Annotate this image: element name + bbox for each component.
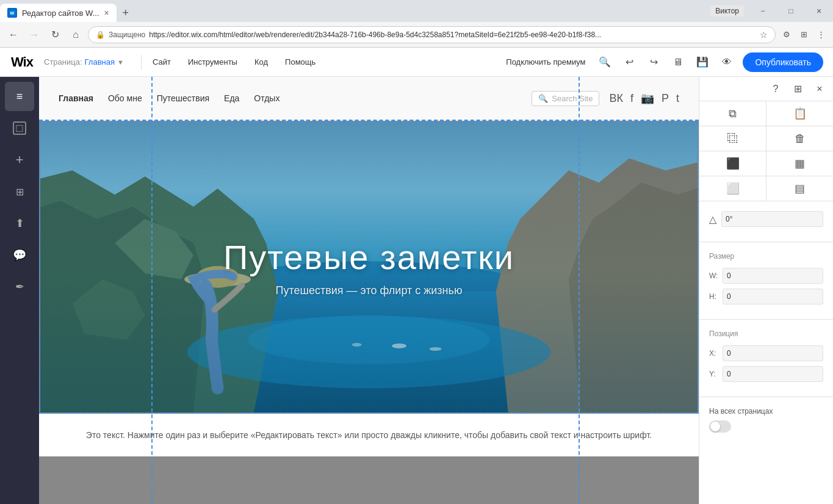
sidebar-pages-button[interactable]: ≡ — [5, 82, 34, 111]
search-placeholder: Search Site — [552, 94, 593, 103]
w-value[interactable]: 0 — [723, 268, 823, 284]
page-label-text: Страница: — [44, 57, 82, 67]
rotation-section: △ 0° — [699, 201, 833, 242]
sidebar-apps-button[interactable]: ⊞ — [5, 177, 34, 206]
secure-label: Защищено — [109, 31, 145, 39]
sidebar-chat-button[interactable]: 💬 — [5, 240, 34, 270]
lock-icon: 🔒 — [96, 31, 105, 39]
wix-toolbar: Wix Страница: Главная ▼ Сайт Инструменты… — [0, 48, 833, 77]
bookmark-icon[interactable]: ☆ — [760, 30, 768, 40]
minimize-button[interactable]: − — [749, 0, 777, 22]
forward-button[interactable]: → — [26, 26, 43, 43]
preview-button[interactable]: 👁 — [716, 51, 738, 73]
search-toolbar-icon[interactable]: 🔍 — [594, 51, 616, 73]
hero-title: Путевые заметки — [223, 237, 514, 277]
sidebar-sections-button[interactable]: □ — [5, 113, 34, 143]
delete-button[interactable]: 🗑 — [766, 126, 833, 151]
back-button[interactable]: ← — [5, 26, 22, 43]
address-input[interactable]: 🔒 Защищено https://editor.wix.com/html/e… — [88, 26, 776, 43]
redo-button[interactable]: ↪ — [643, 51, 665, 73]
all-pages-section: На всех страницах — [699, 397, 833, 442]
hero-section[interactable]: Путевые заметки Путешествия — это флирт … — [39, 121, 699, 414]
close-button[interactable]: × — [805, 0, 833, 22]
add-icon: + — [16, 152, 24, 168]
upload-icon: ⬆ — [15, 217, 24, 230]
rotation-value[interactable]: 0° — [721, 211, 823, 227]
toolbar-help[interactable]: Помощь — [276, 48, 324, 77]
nav-link-travel[interactable]: Путешествия — [157, 93, 209, 103]
twitter-icon[interactable]: t — [676, 92, 679, 105]
panel-help-icon[interactable]: ? — [767, 81, 784, 98]
distribute-v-button[interactable]: ▤ — [766, 176, 833, 201]
social-icons: ВК f 📷 P t — [609, 92, 679, 105]
sidebar-upload-button[interactable]: ⬆ — [5, 209, 34, 238]
text-section[interactable]: Это текст. Нажмите один раз и выберите «… — [39, 414, 699, 456]
tab-close-button[interactable]: × — [104, 8, 109, 18]
size-section: Размер W: 0 H: 0 — [699, 242, 833, 320]
panel-close-icon[interactable]: × — [811, 81, 828, 98]
x-field: X: 0 — [709, 345, 823, 361]
site-search-box[interactable]: 🔍 Search Site — [532, 91, 599, 106]
pinterest-icon[interactable]: P — [662, 92, 669, 105]
new-tab-button[interactable]: + — [117, 4, 135, 22]
search-icon: 🔍 — [538, 94, 548, 103]
apps-icon: ⊞ — [16, 186, 24, 198]
user-label: Виктор — [710, 5, 744, 16]
vk-icon[interactable]: ВК — [609, 92, 623, 105]
instagram-icon[interactable]: 📷 — [641, 92, 654, 105]
active-tab[interactable]: W Редактор сайтов W... × — [0, 4, 117, 22]
page-selector[interactable]: Страница: Главная ▼ — [44, 57, 124, 67]
copy-style-button[interactable]: 📋 — [766, 101, 833, 126]
align-right-button[interactable]: ▦ — [766, 151, 833, 176]
w-label: W: — [709, 272, 719, 280]
maximize-button[interactable]: □ — [777, 0, 805, 22]
ext-icon-1[interactable]: ⚙ — [779, 27, 794, 42]
distribute-h-button[interactable]: ⬜ — [699, 176, 766, 201]
nav-link-about[interactable]: Обо мне — [108, 93, 142, 103]
undo-button[interactable]: ↩ — [618, 51, 640, 73]
width-field: W: 0 — [709, 268, 823, 284]
all-pages-toggle[interactable] — [709, 420, 731, 433]
x-value[interactable]: 0 — [723, 345, 823, 361]
panel-grid-icon[interactable]: ⊞ — [789, 81, 806, 98]
url-text: https://editor.wix.com/html/editor/web/r… — [149, 31, 756, 39]
extension-icons: ⚙ ⊞ ⋮ — [779, 27, 828, 42]
site-header: Главная Обо мне Путешествия Еда Отдых 🔍 … — [39, 77, 699, 121]
pages-icon: ≡ — [16, 90, 23, 103]
x-label: X: — [709, 349, 719, 358]
nav-link-food[interactable]: Еда — [224, 93, 239, 103]
toolbar-code[interactable]: Код — [246, 48, 276, 77]
y-value[interactable]: 0 — [723, 366, 823, 382]
sidebar-blog-button[interactable]: ✒ — [5, 272, 34, 301]
facebook-icon[interactable]: f — [630, 92, 633, 105]
browser-frame: W Редактор сайтов W... × + Виктор − □ × … — [0, 0, 833, 504]
duplicate-button[interactable]: ⿻ — [699, 126, 766, 151]
x-row: X: 0 — [709, 345, 823, 361]
left-sidebar: ≡ □ + ⊞ ⬆ 💬 ✒ — [0, 77, 39, 504]
connect-premium-button[interactable]: Подключить премиум — [497, 48, 594, 77]
h-value[interactable]: 0 — [723, 289, 823, 304]
nav-link-leisure[interactable]: Отдых — [254, 93, 279, 103]
menu-icon[interactable]: ⋮ — [813, 27, 828, 42]
svg-text:W: W — [10, 10, 15, 16]
home-button[interactable]: ⌂ — [67, 26, 84, 43]
height-field: H: 0 — [709, 289, 823, 304]
save-button[interactable]: 💾 — [691, 51, 713, 73]
toolbar-site[interactable]: Сайт — [144, 48, 179, 77]
sidebar-add-button[interactable]: + — [5, 145, 34, 175]
y-field: Y: 0 — [709, 366, 823, 382]
site-nav: Главная Обо мне Путешествия Еда Отдых — [59, 93, 522, 103]
hero-content: Путевые заметки Путешествия — это флирт … — [223, 237, 514, 297]
ext-icon-2[interactable]: ⊞ — [796, 27, 811, 42]
align-left-button[interactable]: ⬛ — [699, 151, 766, 176]
copy-button[interactable]: ⧉ — [699, 101, 766, 126]
page-dropdown-icon: ▼ — [117, 59, 124, 66]
hero-subtitle: Путешествия — это флирт с жизнью — [223, 284, 514, 297]
tab-bar: W Редактор сайтов W... × + Виктор − □ × — [0, 0, 833, 22]
reload-button[interactable]: ↻ — [46, 26, 63, 43]
blog-icon: ✒ — [15, 280, 24, 293]
toolbar-tools[interactable]: Инструменты — [179, 48, 246, 77]
nav-link-home[interactable]: Главная — [59, 93, 93, 103]
publish-button[interactable]: Опубликовать — [743, 52, 823, 72]
desktop-view-button[interactable]: 🖥 — [667, 51, 689, 73]
